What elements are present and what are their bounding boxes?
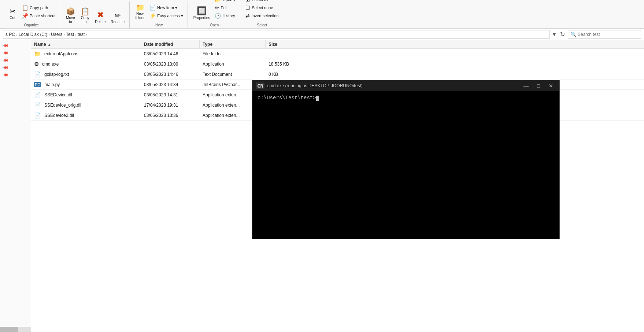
open-button[interactable]: 📂 Open ▾: [213, 0, 237, 3]
search-icon: 🔍: [570, 32, 576, 37]
nav-scrollbar-track[interactable]: [0, 327, 31, 332]
copy-path-label: Copy path: [30, 5, 48, 10]
pin-icon-3: 📌: [2, 56, 10, 64]
column-size-label: Size: [269, 42, 277, 47]
rename-button[interactable]: ✏ Rename: [109, 11, 126, 25]
copy-to-button[interactable]: 📋 Copyto: [78, 7, 92, 25]
pin-icon-5: 📌: [2, 71, 10, 79]
easy-access-label: Easy access ▾: [157, 14, 183, 18]
file-row-externalAppIcons[interactable]: 📁 externalAppIcons 03/05/2023 14:46 File…: [31, 49, 644, 59]
cmd-content[interactable]: c:\Users\Test\test>: [252, 91, 559, 239]
properties-button[interactable]: 🔲 Properties: [192, 6, 212, 21]
nav-scrollbar-thumb[interactable]: [0, 327, 18, 332]
nav-pin-4[interactable]: 📌: [0, 64, 31, 71]
select-none-icon: ☐: [245, 5, 250, 11]
nav-pin-5[interactable]: 📌: [0, 71, 31, 78]
new-folder-icon: 📁: [136, 4, 145, 11]
file-row-cmd[interactable]: ⚙ cmd.exe 03/05/2023 13:09 Application 1…: [31, 59, 644, 69]
cmd-restore-button[interactable]: □: [534, 82, 543, 89]
file-date-golisp: 03/05/2023 14:46: [141, 71, 200, 78]
file-name-externalAppIcons: 📁 externalAppIcons: [31, 50, 141, 58]
file-size-golisp: 0 KB: [266, 71, 302, 78]
paste-shortcut-icon: 📌: [22, 13, 28, 19]
open-small-col: 📂 Open ▾ ✏ Edit 🕑 History: [213, 0, 237, 21]
rename-label: Rename: [111, 20, 125, 24]
breadcrumb-test1: Test: [66, 32, 74, 37]
move-to-button[interactable]: 📦 Moveto: [64, 7, 77, 25]
column-name[interactable]: Name ▲: [31, 40, 141, 48]
delete-icon: ✖: [97, 11, 104, 19]
cmd-window-title: cmd.exe (running as DESKTOP-JOORUNO\test…: [267, 83, 518, 88]
select-none-label: Select none: [252, 5, 273, 10]
pin-icon-2: 📌: [2, 49, 10, 57]
clipboard-small-col: 📋 Copy path 📌 Paste shortcut: [21, 4, 57, 21]
column-type[interactable]: Type: [200, 40, 266, 48]
cmd-window-icon: CN: [256, 82, 264, 89]
txt-icon-golisp: 📄: [34, 71, 41, 78]
dropdown-arrow-button[interactable]: ▾: [551, 30, 557, 38]
file-date-ssedevice: 03/05/2023 14:31: [141, 92, 200, 98]
column-date[interactable]: Date modified: [141, 40, 200, 48]
new-folder-label: Newfolder: [136, 12, 145, 20]
column-size[interactable]: Size: [266, 40, 302, 48]
column-name-label: Name: [34, 42, 46, 47]
file-list-header: Name ▲ Date modified Type Size: [31, 40, 644, 49]
cut-button[interactable]: ✂ Cut: [6, 7, 19, 21]
nav-pin-1[interactable]: 📌: [0, 42, 31, 49]
file-type-cmd: Application: [200, 61, 266, 67]
easy-access-button[interactable]: ⚡ Easy access ▾: [148, 12, 185, 19]
new-folder-button[interactable]: 📁 Newfolder: [133, 3, 147, 21]
copy-path-button[interactable]: 📋 Copy path: [21, 4, 57, 11]
edit-button[interactable]: ✏ Edit: [213, 4, 237, 11]
select-none-button[interactable]: ☐ Select none: [244, 4, 280, 11]
copy-path-icon: 📋: [22, 5, 28, 11]
search-input[interactable]: [578, 32, 639, 37]
cmd-close-button[interactable]: ✕: [546, 82, 556, 89]
organize-group-label: Organize: [24, 23, 39, 28]
file-name-ssedevice2: 📄 SSEdevice2.dll: [31, 111, 141, 119]
refresh-button[interactable]: ↻: [559, 30, 566, 38]
paste-shortcut-button[interactable]: 📌 Paste shortcut: [21, 12, 57, 19]
history-icon: 🕑: [215, 13, 221, 19]
invert-selection-icon: ⇄: [245, 13, 250, 19]
file-name-golisp: 📄 golisp-log.txt: [31, 70, 141, 78]
select-all-label: Select all: [252, 0, 268, 2]
new-item-icon: 📄: [149, 5, 156, 11]
ribbon-new-buttons: 📁 Newfolder 📄 New item ▾ ⚡ Easy access ▾: [133, 1, 185, 22]
ribbon-group-edit: 📦 Moveto 📋 Copyto ✖ Delete ✏ Rename: [61, 1, 130, 28]
new-item-label: New item ▾: [157, 5, 177, 10]
ribbon-group-organize: ✂ Cut 📋 Copy path 📌 Paste shortcut Organ…: [3, 1, 60, 28]
pin-icon-1: 📌: [2, 42, 10, 49]
nav-pane: 📌 📌 📌 📌 📌: [0, 40, 31, 332]
search-box[interactable]: 🔍: [568, 30, 641, 39]
edit-label: Edit: [221, 5, 227, 10]
select-all-button[interactable]: ☑ Select all: [244, 0, 280, 3]
history-button[interactable]: 🕑 History: [213, 12, 237, 19]
open-label: Open ▾: [222, 0, 236, 2]
ribbon-select-buttons: ☑ Select all ☐ Select none ⇄ Invert sele…: [244, 0, 280, 22]
open-icon: 📂: [215, 0, 221, 3]
column-date-label: Date modified: [144, 42, 173, 47]
ribbon-group-new: 📁 Newfolder 📄 New item ▾ ⚡ Easy access ▾…: [130, 1, 188, 28]
file-name-mainpy: PC main.py: [31, 81, 141, 88]
breadcrumb[interactable]: s PC › Local Disk (C:) › Users › Test › …: [3, 30, 550, 39]
select-all-icon: ☑: [245, 0, 250, 3]
file-date-ssedevice-orig: 17/04/2023 19:31: [141, 102, 200, 108]
file-date-mainpy: 03/05/2023 14:34: [141, 81, 200, 88]
easy-access-icon: ⚡: [149, 13, 156, 19]
nav-pin-3[interactable]: 📌: [0, 56, 31, 64]
file-row-golisp[interactable]: 📄 golisp-log.txt 03/05/2023 14:46 Text D…: [31, 69, 644, 80]
file-name-cmd: ⚙ cmd.exe: [31, 60, 141, 68]
delete-button[interactable]: ✖ Delete: [93, 10, 107, 25]
dll-icon-ssedevice2: 📄: [34, 112, 41, 119]
address-icons: ▾ ↻: [551, 30, 566, 38]
rename-icon: ✏: [115, 12, 121, 19]
ribbon-open-buttons: 🔲 Properties 📂 Open ▾ ✏ Edit 🕑 History: [192, 0, 237, 22]
cmd-minimize-button[interactable]: —: [521, 82, 531, 89]
edit-icon: ✏: [215, 5, 219, 11]
cmd-cursor: [316, 96, 319, 101]
new-item-button[interactable]: 📄 New item ▾: [148, 4, 185, 11]
invert-selection-button[interactable]: ⇄ Invert selection: [244, 12, 280, 19]
nav-pin-2[interactable]: 📌: [0, 49, 31, 56]
exe-icon-cmd: ⚙: [34, 61, 39, 67]
